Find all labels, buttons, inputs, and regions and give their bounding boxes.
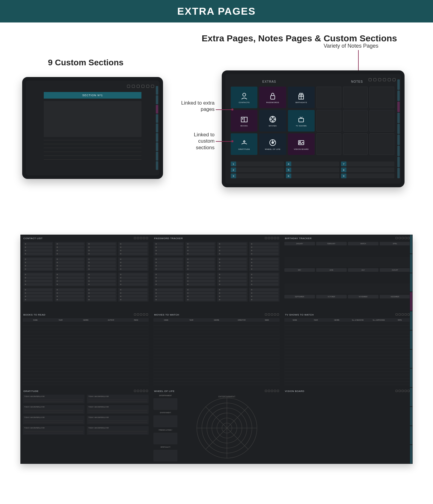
section-link-1[interactable]: 1 [231, 162, 284, 166]
linked-extra-label: Linked to extra pages [179, 100, 215, 113]
tile-tvshows[interactable]: TV SHOWS [288, 110, 315, 132]
notes-grid-small[interactable] [316, 133, 341, 155]
top-area: Extra Pages, Notes Pages & Custom Sectio… [0, 22, 433, 235]
notes-blank[interactable] [316, 110, 341, 132]
custom-sections-row: 1 2 3 4 5 6 7 8 9 [231, 162, 394, 178]
notes-squared[interactable] [316, 87, 341, 108]
page-birthday-tracker: BIRTHDAY TRACKER JANUARYFEBRUARYMARCHAPR… [282, 235, 413, 311]
side-tabs [156, 86, 158, 170]
svg-point-12 [272, 120, 273, 122]
section-link-7[interactable]: 7 [341, 162, 394, 166]
image-icon [297, 138, 306, 147]
tile-gratitude[interactable]: GRATITUDE [231, 133, 257, 155]
section-link-2[interactable]: 2 [231, 168, 284, 172]
notes-lined-narrow[interactable] [343, 87, 368, 108]
tile-books[interactable]: BOOKS [231, 110, 257, 132]
svg-point-10 [272, 117, 273, 118]
grid-side-tabs [410, 235, 413, 464]
tile-wheel[interactable]: WHEEL OF LIFE [259, 133, 286, 155]
custom-sections-heading: 9 Custom Sections [48, 58, 123, 67]
tile-birthdays[interactable]: BIRTHDAYS [288, 87, 315, 108]
section-link-9[interactable]: 9 [341, 173, 394, 178]
section-lines [44, 140, 141, 163]
notes-dotted[interactable] [369, 87, 394, 108]
section-link-8[interactable]: 8 [341, 168, 394, 172]
notes-grid-large[interactable] [343, 133, 368, 155]
notes-blank2[interactable] [369, 110, 394, 132]
notes-grid [316, 87, 394, 155]
pages-grid: CONTACT LIST PASSWORD TRACKER BIRTHDAY T… [20, 235, 413, 464]
svg-point-13 [270, 119, 271, 120]
hands-heart-icon [240, 138, 249, 147]
extras-col-header: EXTRAS [225, 80, 313, 83]
page-contact-list: CONTACT LIST [20, 235, 151, 311]
svg-text:ENTERTAINMENT: ENTERTAINMENT [218, 396, 235, 398]
person-icon [240, 91, 249, 100]
svg-rect-14 [299, 118, 304, 122]
tv-icon [297, 115, 306, 124]
pie-chart-icon [268, 138, 277, 147]
section-link-6[interactable]: 6 [286, 173, 339, 178]
page-tvshows: TV SHOWS TO WATCH NAMEYEARGENRENo. of SE… [282, 311, 413, 387]
section-title-bar: SECTION Nº1 [44, 92, 141, 99]
side-tabs [397, 79, 400, 178]
svg-rect-1 [271, 96, 275, 99]
page-movies: MOVIES TO WATCH NAMEYEARGENREDIRECTORSEE… [151, 311, 282, 387]
custom-section-tablet: SECTION Nº1 [22, 77, 163, 179]
notes-lined-invis[interactable] [369, 133, 394, 155]
page-password-tracker: PASSWORD TRACKER [151, 235, 282, 311]
linked-custom-label: Linked to custom sections [179, 132, 215, 151]
page-books: BOOKS TO READ NAMEYEARGENREAUTHORREAD [20, 311, 151, 387]
tile-passwords[interactable]: PASSWORDS [259, 87, 286, 108]
linked-custom-line [216, 141, 232, 142]
variety-label: Variety of Notes Pages [324, 43, 378, 49]
book-icon [240, 115, 249, 124]
tile-visionboard[interactable]: VISION BOARD [288, 133, 315, 155]
page-gratitude: GRATITUDE TODAY I AM GRATEFUL FOR TODAY … [20, 387, 151, 464]
section-link-3[interactable]: 3 [231, 173, 284, 178]
section-link-5[interactable]: 5 [286, 168, 339, 172]
svg-point-11 [274, 119, 275, 120]
page-wheel: WHEEL OF LIFE ENTERTAINMENT ENVIRONMENT … [151, 387, 282, 464]
section-link-4[interactable]: 4 [286, 162, 339, 166]
linked-extra-dot [231, 108, 233, 111]
film-reel-icon [268, 115, 277, 124]
svg-point-18 [272, 142, 274, 144]
lock-icon [268, 91, 277, 100]
mini-toolbar [127, 85, 154, 88]
notes-col-header: NOTES [313, 80, 401, 83]
extras-grid: CONTACTS PASSWORDS BIRTHDAYS BOOKS MOVIE… [231, 87, 315, 155]
tile-movies[interactable]: MOVIES [259, 110, 286, 132]
page-vision-board: VISION BOARD [282, 387, 413, 464]
tile-contacts[interactable]: CONTACTS [231, 87, 257, 108]
page-banner: EXTRA PAGES [0, 0, 433, 22]
svg-point-0 [243, 93, 246, 96]
svg-point-20 [299, 141, 301, 143]
extras-tablet: EXTRAS NOTES CONTACTS PASSWORDS BIRTHDAY… [222, 70, 405, 187]
subheading: Extra Pages, Notes Pages & Custom Sectio… [18, 33, 397, 43]
wheel-radar: ENTERTAINMENT [183, 395, 270, 461]
notes-lined-wide[interactable] [343, 110, 368, 132]
gift-icon [297, 91, 306, 100]
svg-point-6 [301, 93, 303, 95]
linked-custom-dot [231, 140, 233, 142]
section-content-box [44, 101, 141, 137]
linked-extra-line [216, 109, 232, 110]
